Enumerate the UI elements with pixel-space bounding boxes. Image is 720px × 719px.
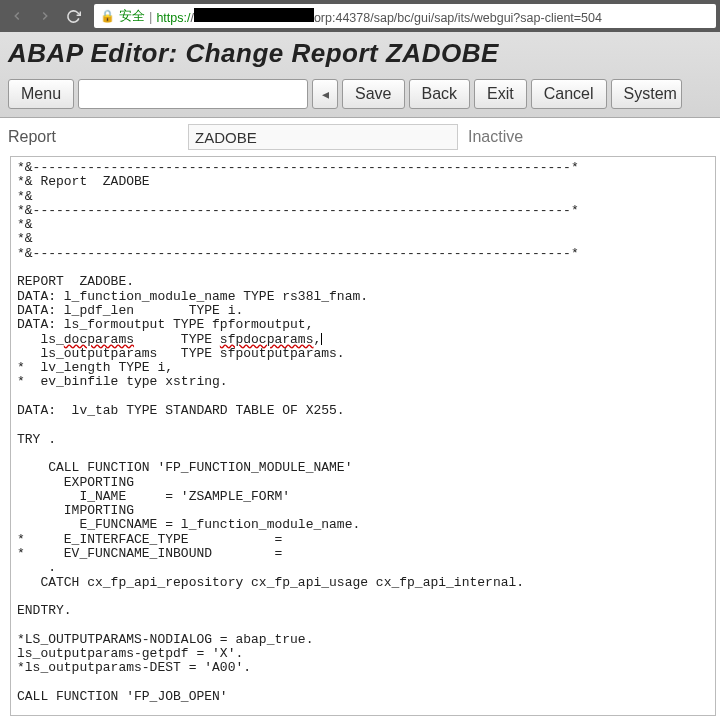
error-underline: docparams — [64, 332, 134, 347]
text-cursor — [321, 333, 322, 345]
secure-label: 安全 — [119, 7, 145, 25]
browser-toolbar: 🔒 安全 | https://orp:44378/sap/bc/gui/sap/… — [0, 0, 720, 32]
save-button[interactable]: Save — [342, 79, 404, 109]
nav-back-button[interactable] — [4, 3, 30, 29]
system-button[interactable]: System — [611, 79, 682, 109]
status-label: Inactive — [468, 128, 523, 146]
cancel-button[interactable]: Cancel — [531, 79, 607, 109]
dropdown-button[interactable]: ◂ — [312, 79, 338, 109]
code-editor[interactable]: *&--------------------------------------… — [10, 156, 716, 716]
address-bar[interactable]: 🔒 安全 | https://orp:44378/sap/bc/gui/sap/… — [94, 4, 716, 28]
url-text: https://orp:44378/sap/bc/gui/sap/its/web… — [156, 8, 602, 25]
reload-button[interactable] — [60, 3, 86, 29]
sap-header: ABAP Editor: Change Report ZADOBE Menu ◂… — [0, 32, 720, 118]
back-button[interactable]: Back — [409, 79, 471, 109]
report-name-field[interactable]: ZADOBE — [188, 124, 458, 150]
error-underline: sfpdocparams — [220, 332, 314, 347]
nav-forward-button[interactable] — [32, 3, 58, 29]
menu-button[interactable]: Menu — [8, 79, 74, 109]
report-label: Report — [8, 128, 188, 146]
exit-button[interactable]: Exit — [474, 79, 527, 109]
page-title: ABAP Editor: Change Report ZADOBE — [8, 38, 712, 69]
toolbar: Menu ◂ Save Back Exit Cancel System — [8, 79, 712, 109]
report-info-row: Report ZADOBE Inactive — [0, 118, 720, 154]
command-input[interactable] — [78, 79, 308, 109]
lock-icon: 🔒 — [100, 9, 115, 23]
